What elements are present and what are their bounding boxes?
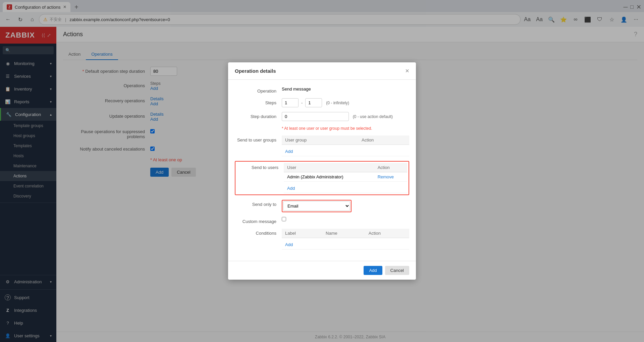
modal-row-conditions: Conditions Label Name Action — [235, 229, 409, 249]
add-user-link[interactable]: Add — [287, 186, 295, 191]
steps-row: - (0 - infinitely) — [282, 98, 409, 107]
user-groups-header-row: User group Action — [282, 135, 409, 145]
modal-row-send-only-to: Send only to Email SMS Jabber — [235, 200, 409, 212]
modal-body: Operation Send message Steps - (0 - infi… — [228, 80, 416, 261]
modal-operation-value: Send message — [282, 87, 311, 92]
custom-message-checkbox[interactable] — [282, 217, 286, 221]
user-action-col-header: Action — [374, 163, 407, 172]
conditions-label-col-header: Label — [282, 229, 322, 238]
modal-row-validation: * At least one user or user group must b… — [235, 126, 409, 131]
user-action-cell: Remove — [374, 172, 407, 182]
modal-close-button[interactable]: × — [405, 67, 409, 75]
modal-validation-msg: * At least one user or user group must b… — [282, 126, 372, 131]
modal-validation-content: * At least one user or user group must b… — [282, 126, 409, 131]
modal-operation-label: Operation — [235, 87, 282, 94]
modal-steps-content: - (0 - infinitely) — [282, 98, 409, 107]
modal-steps-label: Steps — [235, 98, 282, 105]
modal-row-steps: Steps - (0 - infinitely) — [235, 98, 409, 107]
user-name-cell: Admin (Zabbix Administrator) — [284, 172, 374, 182]
modal-custom-message-content — [282, 217, 409, 222]
modal-send-to-users-label: Send to users — [237, 163, 284, 170]
modal-user-groups-content: User group Action Add — [282, 135, 409, 156]
step-duration-hint: (0 - use action default) — [353, 114, 393, 119]
operation-details-modal: Operation details × Operation Send messa… — [228, 62, 416, 280]
modal-user-groups-label: Send to user groups — [235, 135, 282, 142]
steps-to-input[interactable] — [305, 98, 322, 107]
user-col-header: User — [284, 163, 374, 172]
remove-user-link[interactable]: Remove — [378, 174, 394, 179]
modal-row-operation: Operation Send message — [235, 87, 409, 94]
modal-row-user-groups: Send to user groups User group Action — [235, 135, 409, 156]
modal-step-duration-label: Step duration — [235, 112, 282, 119]
modal-send-only-label: Send only to — [235, 200, 282, 207]
conditions-header-row: Label Name Action — [282, 229, 409, 238]
send-only-highlight-box: Email SMS Jabber — [282, 200, 352, 212]
add-user-group-link[interactable]: Add — [285, 149, 293, 154]
modal-validation-spacer — [235, 126, 282, 128]
user-group-col-header: User group — [282, 135, 358, 145]
modal-cancel-button[interactable]: Cancel — [385, 266, 409, 275]
modal-row-send-to-users: Send to users User Action Admin (Zabbix … — [235, 161, 409, 195]
user-groups-empty-row: Add — [282, 145, 409, 156]
modal-overlay: Operation details × Operation Send messa… — [0, 0, 644, 342]
modal-conditions-content: Label Name Action Add — [282, 229, 409, 249]
conditions-name-col-header: Name — [322, 229, 365, 238]
modal-row-step-duration: Step duration (0 - use action default) — [235, 112, 409, 121]
modal-add-button[interactable]: Add — [364, 266, 382, 275]
add-user-row: Add — [284, 182, 407, 193]
steps-hint: (0 - infinitely) — [326, 101, 349, 105]
modal-header: Operation details × — [228, 62, 416, 80]
users-header-row: User Action — [284, 163, 407, 172]
modal-send-to-users-content: User Action Admin (Zabbix Administrator)… — [284, 163, 407, 193]
conditions-action-col-header: Action — [365, 229, 409, 238]
modal-footer: Add Cancel — [228, 261, 416, 280]
steps-from-input[interactable] — [282, 98, 299, 107]
modal-step-duration-content: (0 - use action default) — [282, 112, 409, 121]
modal-title: Operation details — [235, 68, 276, 74]
conditions-empty-row: Add — [282, 238, 409, 249]
modal-custom-message-label: Custom message — [235, 217, 282, 224]
step-duration-modal-input[interactable] — [282, 112, 349, 121]
user-groups-table: User group Action Add — [282, 135, 409, 156]
send-only-to-select[interactable]: Email SMS Jabber — [283, 201, 350, 211]
modal-send-only-content: Email SMS Jabber — [282, 200, 409, 212]
conditions-table: Label Name Action Add — [282, 229, 409, 249]
modal-row-custom-message: Custom message — [235, 217, 409, 224]
users-table: User Action Admin (Zabbix Administrator)… — [284, 163, 407, 193]
modal-conditions-label: Conditions — [235, 229, 282, 236]
user-row-admin: Admin (Zabbix Administrator) Remove — [284, 172, 407, 182]
add-condition-link[interactable]: Add — [285, 242, 293, 247]
user-group-action-col-header: Action — [358, 135, 409, 145]
modal-operation-content: Send message — [282, 87, 409, 92]
steps-separator: - — [301, 100, 303, 105]
